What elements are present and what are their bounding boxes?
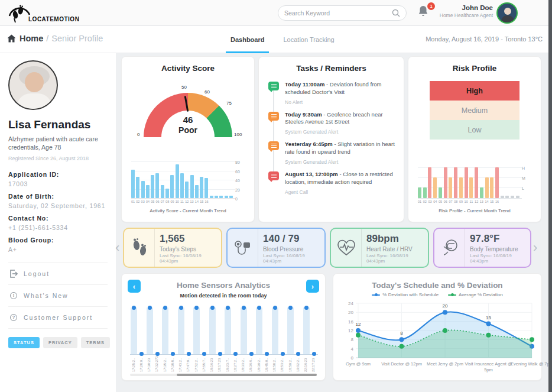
sensors-next-button[interactable]: › xyxy=(306,280,319,293)
task-alert-icon xyxy=(268,82,279,90)
user-info[interactable]: John Doe Home Healthcare Agent xyxy=(440,4,493,18)
chart-bar xyxy=(204,178,208,198)
steps-last-sync: Last Sync: 16/08/19 04:43pm xyxy=(160,253,216,264)
svg-text:20: 20 xyxy=(443,303,448,309)
chart-bar xyxy=(501,196,504,198)
main-content: Activity Score 0 50 60 75 100 46 Poor 80… xyxy=(116,53,552,392)
heart-rate-label: Heart Rate / HRV xyxy=(366,246,423,252)
chart-bar xyxy=(449,177,452,198)
chart-bar xyxy=(185,182,189,198)
motion-bar xyxy=(162,307,168,354)
sensors-scrollbar-thumb[interactable] xyxy=(177,374,317,376)
chart-bar xyxy=(439,187,442,198)
chart-bar xyxy=(511,196,514,198)
logout-icon xyxy=(9,270,18,278)
task-item[interactable]: Today 9:30am - Geofence breach near Stee… xyxy=(268,111,395,135)
chart-bar xyxy=(136,177,139,198)
motion-chart xyxy=(130,304,318,354)
privacy-button[interactable]: PRIVACY xyxy=(43,337,77,348)
body-temperature-label: Body Temperature xyxy=(470,246,525,252)
chart-bar xyxy=(423,187,427,198)
motion-bar xyxy=(178,307,184,354)
search-bar[interactable] xyxy=(278,5,407,21)
notification-badge: 1 xyxy=(427,2,435,10)
tasks-reminders-card: Tasks / Reminders Today 11:00am - Deviat… xyxy=(258,56,404,222)
avatar-silhouette xyxy=(504,8,511,15)
body-temperature-stat-card[interactable]: 97.8°F Body Temperature Last Sync: 16/08… xyxy=(433,228,531,268)
search-input[interactable] xyxy=(284,9,392,17)
user-avatar[interactable] xyxy=(496,2,518,24)
field-value: 17003 xyxy=(8,180,108,187)
schedule-x-labels: Gym @ 9amVisit Doctor @ 12pmMeet Jerry @… xyxy=(337,361,539,377)
sensors-prev-button[interactable]: ‹ xyxy=(128,280,141,293)
svg-text:20: 20 xyxy=(348,310,353,315)
task-alert-icon xyxy=(268,171,279,180)
status-button[interactable]: STATUS xyxy=(8,337,40,348)
tab-location-tracking[interactable]: Location Tracking xyxy=(282,26,335,53)
chart-bar xyxy=(229,196,233,198)
activity-chart-caption: Activity Score - Current Month Trend xyxy=(122,208,254,213)
motion-bar xyxy=(303,307,310,354)
search-icon[interactable] xyxy=(392,9,400,17)
risk-level-low[interactable]: Low xyxy=(430,120,519,140)
chart-bar xyxy=(131,170,135,198)
motion-bar xyxy=(209,307,216,354)
sensors-scrollbar-track[interactable] xyxy=(130,374,317,376)
heart-rate-stat-card[interactable]: 89bpm Heart Rate / HRV Last Sync: 16/08/… xyxy=(330,228,429,268)
risk-profile-title: Risk Profile xyxy=(408,57,541,73)
svg-text:8: 8 xyxy=(400,331,403,336)
task-item[interactable]: Yesterday 6:45pm - Slight variation in h… xyxy=(268,141,395,165)
home-icon[interactable] xyxy=(7,34,16,43)
risk-profile-card: Risk Profile High Medium Low HML01020304… xyxy=(408,56,541,222)
activity-score-gauge: 0 50 60 75 100 46 Poor xyxy=(144,93,232,137)
stats-next-arrow[interactable]: › xyxy=(533,241,537,254)
svg-text:0: 0 xyxy=(351,355,354,361)
blood-pressure-value: 140 / 79 xyxy=(263,233,320,245)
terms-button[interactable]: TERMS xyxy=(81,337,110,348)
breadcrumb-home[interactable]: Home xyxy=(20,34,43,43)
risk-trend-chart: HML01020304050607080910111213141516 xyxy=(418,162,519,199)
risk-level-medium[interactable]: Medium xyxy=(430,101,519,120)
heart-rate-last-sync: Last Sync: 16/08/19 04:43pm xyxy=(366,253,423,264)
task-item[interactable]: August 13, 12:00pm - Close to a restrict… xyxy=(268,171,395,195)
schedule-line-chart: 0481216202412820155 xyxy=(337,300,539,362)
page-scrollbar[interactable] xyxy=(548,0,552,392)
stats-prev-arrow[interactable]: ‹ xyxy=(115,241,119,254)
chart-bar xyxy=(176,164,179,198)
chart-bar xyxy=(190,175,194,198)
blood-pressure-stat-card[interactable]: 140 / 79 Blood Pressure Last Sync: 16/08… xyxy=(226,228,326,268)
legend-average: Average % Deviation xyxy=(448,292,503,297)
tab-dashboard[interactable]: Dashboard xyxy=(229,26,265,53)
task-alert-icon xyxy=(268,141,279,150)
patient-name: Lisa Fernandas xyxy=(8,118,108,131)
field-value: Saturday, 02 September, 1961 xyxy=(8,202,108,209)
footprints-icon xyxy=(124,229,155,267)
steps-stat-card[interactable]: 1,565 Today's Steps Last Sync: 16/08/19 … xyxy=(123,228,222,268)
patient-avatar[interactable] xyxy=(8,60,58,110)
svg-text:12: 12 xyxy=(356,322,361,327)
logout-button[interactable]: Logout xyxy=(8,263,108,285)
breadcrumb-current: Senior Profile xyxy=(51,34,103,43)
chart-bar xyxy=(505,196,509,198)
chart-bar xyxy=(433,177,437,198)
breadcrumb: Home / Senior Profile xyxy=(7,34,103,43)
notifications-button[interactable]: 1 xyxy=(417,5,433,20)
body-temperature-value: 97.8°F xyxy=(470,233,525,245)
schedule-x-label: Evening Walk @ 7pm xyxy=(505,361,552,367)
task-alert-type: Agent Call xyxy=(285,189,395,195)
chart-bar xyxy=(428,167,431,198)
task-alert-type: No Alert xyxy=(285,99,395,105)
chart-bar xyxy=(155,173,159,198)
risk-level-high[interactable]: High xyxy=(430,81,519,101)
whats-new-button[interactable]: ! What's New xyxy=(8,285,108,307)
brand-logo[interactable]: LOCATEMOTION xyxy=(6,2,79,24)
task-item[interactable]: Today 11:00am - Deviation found from sch… xyxy=(268,81,395,105)
blood-pressure-last-sync: Last Sync: 16/08/19 04:43pm xyxy=(263,253,320,264)
task-alert-icon xyxy=(268,112,279,121)
legend-deviation: % Deviation with Schedule xyxy=(372,292,439,297)
chart-bar xyxy=(165,189,169,198)
task-alert-type: System Generated Alert xyxy=(285,159,395,165)
motion-bar xyxy=(241,307,247,354)
customer-support-button[interactable]: ? Customer Support xyxy=(8,307,108,329)
info-icon: ! xyxy=(9,291,18,300)
